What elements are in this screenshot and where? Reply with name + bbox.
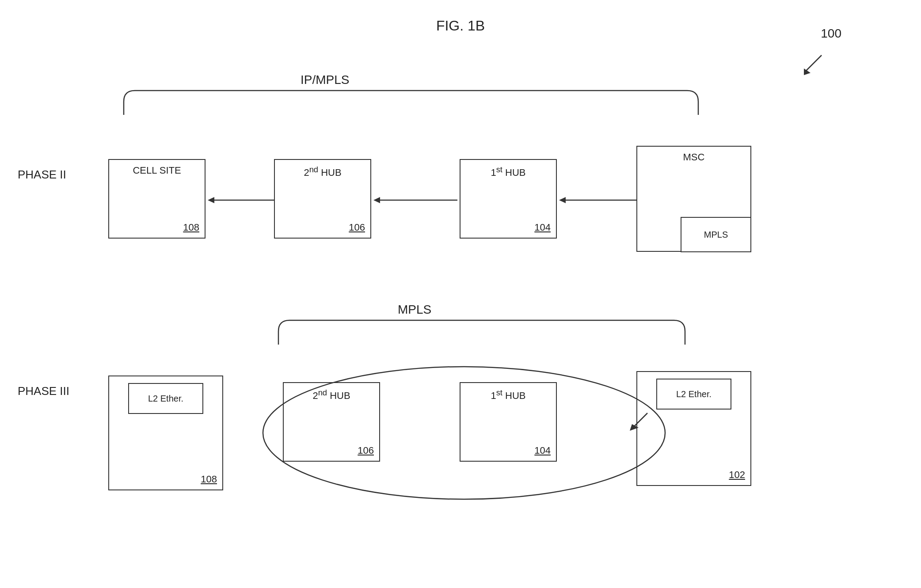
phase3-label: PHASE III [18, 384, 69, 398]
ref-arrow-icon [799, 51, 826, 77]
phase3-cell-l2-box: L2 Ether. [128, 383, 203, 414]
phase2-mpls-label: MPLS [704, 230, 728, 240]
phase2-hub1-title: 1st HUB [491, 164, 525, 179]
svg-marker-3 [373, 197, 380, 203]
phase2-hub2-box: 2nd HUB 106 [274, 159, 371, 239]
phase3-msc-l2-box: L2 Ether. [656, 379, 731, 410]
phase2-arrow3-icon [557, 193, 639, 207]
svg-marker-10 [630, 424, 639, 431]
phase2-hub1-box: 1st HUB 104 [460, 159, 557, 239]
phase3-cell-l2-label: L2 Ether. [148, 394, 183, 404]
phase2-msc-title: MSC [683, 151, 705, 164]
ref-number: 100 [821, 27, 841, 41]
phase2-brace-label: IP/MPLS [301, 73, 349, 87]
figure-label: FIG. 1B [436, 18, 485, 34]
phase3-msc-num: 102 [729, 469, 745, 481]
phase2-hub1-num: 104 [534, 222, 551, 233]
phase3-msc-l2-label: L2 Ether. [676, 389, 712, 399]
phase2-arrow2-icon [206, 193, 276, 207]
phase2-cell-site-box: CELL SITE 108 [108, 159, 206, 239]
phase2-label: PHASE II [18, 168, 66, 182]
phase3-brace-label: MPLS [398, 303, 431, 317]
diagram: FIG. 1B 100 PHASE II IP/MPLS CELL SITE 1… [0, 0, 921, 588]
phase2-hub2-num: 106 [349, 222, 365, 233]
svg-point-8 [263, 367, 665, 499]
phase2-cell-site-title: CELL SITE [133, 164, 181, 177]
phase2-brace-icon [106, 86, 716, 117]
phase3-arrow1-icon [628, 411, 650, 433]
svg-marker-5 [208, 197, 214, 203]
phase2-arrow1-icon [371, 193, 460, 207]
phase2-mpls-inner-box: MPLS [681, 217, 751, 252]
phase2-msc-box: MSC MPLS 102 [636, 146, 751, 252]
phase3-cell-site-box: CELL SITE L2 Ether. 108 [108, 376, 223, 490]
phase2-cell-site-num: 108 [183, 222, 199, 233]
phase3-ellipse-icon [261, 362, 667, 504]
phase2-hub2-title: 2nd HUB [304, 164, 341, 179]
svg-marker-7 [559, 197, 566, 203]
svg-line-9 [634, 413, 647, 426]
phase3-brace-icon [261, 316, 703, 347]
svg-line-0 [806, 55, 822, 71]
phase3-cell-site-num: 108 [201, 474, 217, 485]
